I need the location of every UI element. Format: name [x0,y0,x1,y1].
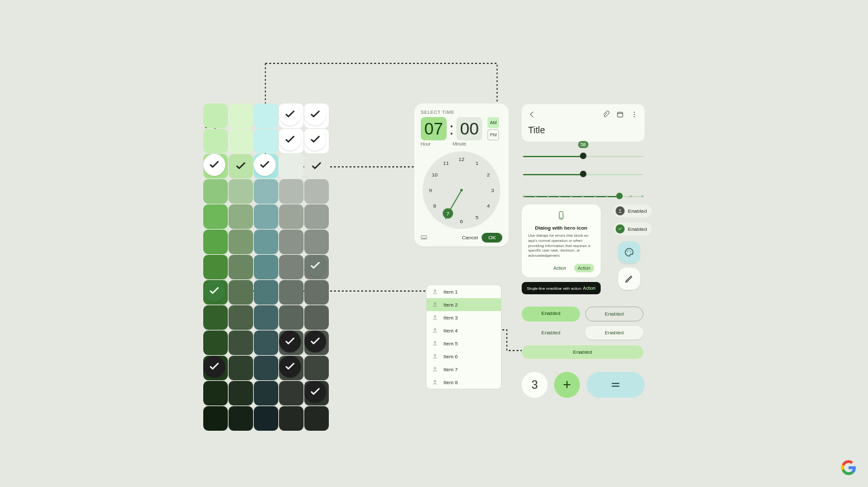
swatch-11-3[interactable] [279,381,304,406]
swatch-9-4[interactable] [304,330,329,355]
text-button[interactable]: Enabled [522,326,580,340]
swatch-2-0[interactable] [203,154,228,179]
swatch-2-1[interactable] [228,154,253,179]
swatch-7-2[interactable] [254,280,278,305]
snackbar-action[interactable]: Action [583,286,595,290]
swatch-12-0[interactable] [203,406,228,431]
keyboard-icon[interactable] [421,234,427,242]
list-item[interactable]: Item 4 [427,324,501,337]
swatch-1-0[interactable] [203,129,228,153]
swatch-11-4[interactable] [304,381,329,406]
swatch-9-2[interactable] [254,330,278,355]
swatch-10-1[interactable] [228,356,253,380]
attach-icon[interactable] [602,109,610,121]
slider-with-badge[interactable]: 58 [523,150,643,163]
list-item[interactable]: Item 1 [427,285,501,298]
chip-enabled-check[interactable]: Enabled [614,222,652,235]
swatch-8-4[interactable] [304,305,329,330]
swatch-1-4[interactable] [304,129,329,153]
dialog-action-2[interactable]: Action [574,264,594,272]
swatch-0-2[interactable] [254,103,278,128]
swatch-6-2[interactable] [254,255,278,279]
filled-button[interactable]: Enabled [522,307,580,321]
swatch-4-1[interactable] [228,204,253,229]
swatch-12-1[interactable] [228,406,253,431]
swatch-5-2[interactable] [254,230,278,254]
list-item[interactable]: Item 2 [427,298,501,311]
swatch-10-0[interactable] [203,356,228,380]
swatch-5-4[interactable] [304,230,329,254]
swatch-2-2[interactable] [254,154,278,179]
swatch-7-0[interactable] [203,280,228,305]
swatch-4-4[interactable] [304,204,329,229]
am-toggle[interactable]: AM [487,117,499,128]
swatch-12-3[interactable] [279,406,304,431]
pm-toggle[interactable]: PM [487,129,499,140]
list-item[interactable]: Item 3 [427,311,501,324]
tonal-button-wide[interactable]: Enabled [522,345,643,359]
swatch-5-0[interactable] [203,230,228,254]
list-item[interactable]: Item 7 [427,363,501,376]
calendar-icon[interactable] [616,109,624,121]
swatch-6-1[interactable] [228,255,253,279]
cancel-button[interactable]: Cancel [462,235,478,241]
ok-button[interactable]: OK [482,233,502,243]
swatch-8-2[interactable] [254,305,278,330]
swatch-1-1[interactable] [228,129,253,153]
elevated-button[interactable]: Enabled [585,326,643,340]
chip-enabled-person[interactable]: Enabled [614,204,652,217]
swatch-6-0[interactable] [203,255,228,279]
swatch-5-3[interactable] [279,230,304,254]
swatch-0-4[interactable] [304,103,329,128]
swatch-1-3[interactable] [279,129,304,153]
minute-field[interactable]: 00 [456,117,482,140]
swatch-9-0[interactable] [203,330,228,355]
swatch-11-1[interactable] [228,381,253,406]
swatch-8-1[interactable] [228,305,253,330]
swatch-5-1[interactable] [228,230,253,254]
back-arrow-icon[interactable] [528,109,536,121]
swatch-4-3[interactable] [279,204,304,229]
slider-plain[interactable] [523,168,643,181]
swatch-1-2[interactable] [254,129,278,153]
swatch-12-2[interactable] [254,406,278,431]
list-item[interactable]: Item 6 [427,350,501,363]
swatch-2-4[interactable] [304,154,329,179]
swatch-10-4[interactable] [304,356,329,380]
swatch-10-3[interactable] [279,356,304,380]
calc-equals-button[interactable] [586,372,645,398]
clock-face[interactable]: 1212345678910117 [423,151,500,229]
hour-field[interactable]: 07 [421,117,447,140]
swatch-6-3[interactable] [279,255,304,279]
swatch-4-0[interactable] [203,204,228,229]
swatch-12-4[interactable] [304,406,329,431]
swatch-3-3[interactable] [279,179,304,204]
swatch-10-2[interactable] [254,356,278,380]
swatch-8-3[interactable] [279,305,304,330]
swatch-11-2[interactable] [254,381,278,406]
more-vert-icon[interactable] [630,109,638,121]
outlined-button[interactable]: Enabled [585,307,643,321]
fab-palette[interactable] [618,241,640,263]
swatch-11-0[interactable] [203,381,228,406]
fab-edit[interactable] [618,268,640,290]
swatch-9-1[interactable] [228,330,253,355]
swatch-7-4[interactable] [304,280,329,305]
swatch-8-0[interactable] [203,305,228,330]
swatch-3-0[interactable] [203,179,228,204]
calc-plus-button[interactable]: + [554,372,580,398]
swatch-3-1[interactable] [228,179,253,204]
swatch-9-3[interactable] [279,330,304,355]
swatch-2-3[interactable] [279,154,304,179]
swatch-0-1[interactable] [228,103,253,128]
swatch-0-3[interactable] [279,103,304,128]
swatch-7-3[interactable] [279,280,304,305]
slider-discrete[interactable] [523,190,643,203]
list-item[interactable]: Item 5 [427,337,501,350]
list-item[interactable]: Item 8 [427,376,501,389]
swatch-6-4[interactable] [304,255,329,279]
swatch-4-2[interactable] [254,204,278,229]
swatch-0-0[interactable] [203,103,228,128]
swatch-3-2[interactable] [254,179,278,204]
swatch-3-4[interactable] [304,179,329,204]
